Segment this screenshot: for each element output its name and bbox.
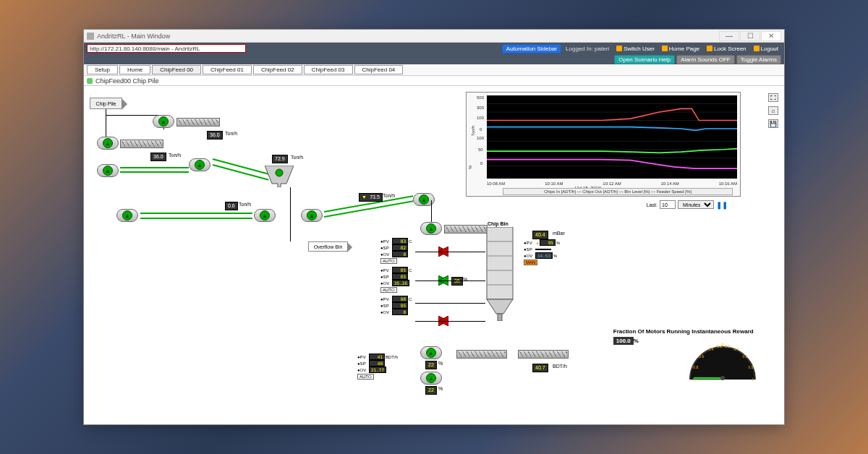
tab-chipfeed01[interactable]: ChipFeed 01 [203,65,252,74]
unit: Ton/h [383,193,395,198]
home-icon[interactable]: ⌂ [768,106,778,115]
titlebar: AndritzRL - Main Window — ☐ ✕ [84,30,784,43]
alarm-sounds-button[interactable]: Alarm Sounds OFF [676,55,734,64]
screw-conveyor-2 [120,140,163,148]
automation-sidebar-button[interactable]: Automation Sidebar [502,44,561,53]
process-canvas: Chip Pile 36.0 Ton/h 36.0 Ton/h 72.9 Ton… [84,86,784,424]
chip-bin-label: Chip Bin [488,221,509,226]
conveyor-1 [120,171,189,173]
svg-text:0.4: 0.4 [734,347,739,351]
unit: Ton/h [239,202,251,207]
conveyor-3b [140,218,252,219]
reading-r3: 72.9 [272,155,288,163]
reading-r6: 40.4 [532,231,548,239]
pipe [431,200,432,222]
reading-r2: 36.0 [207,131,223,140]
reward-gauge: Instantaneous Reward -1-0.8-0.6-0.4-0.2 … [683,328,762,387]
motor-5[interactable] [116,209,138,222]
pipe [415,252,485,252]
last-control: Last: Minutes ❚❚ [647,200,728,209]
svg-rect-8 [487,227,513,299]
logged-in-label: Logged In: pateri [563,46,612,52]
lock-screen-button[interactable]: Lock Screen [704,46,749,52]
breadcrumb: ChipFeed00 Chip Pile [84,76,784,86]
chip-bin[interactable] [485,227,514,321]
page-title: ChipFeed00 Chip Pile [95,77,159,85]
toolbar-secondary: Open Scenario Help Alarm Sounds OFF Togg… [84,54,784,64]
save-icon[interactable]: 💾 [768,119,778,128]
overflow-bin[interactable]: Overflow Bin [308,241,348,252]
main-window: AndritzRL - Main Window — ☐ ✕ http://172… [83,29,785,425]
reading-r9: 22 [425,386,437,395]
svg-text:0.8: 0.8 [749,365,754,369]
y1-label: Ton/h [471,126,475,137]
motor-1[interactable] [153,115,174,128]
unit: Ton/h [169,153,181,158]
address-bar[interactable]: http://172.21.80.140:8088/main - Andritz… [87,44,246,53]
screw-conveyor-5 [518,350,569,359]
toolbar-primary: http://172.21.80.140:8088/main - Andritz… [84,43,784,54]
tab-bar: Setup Home ChipFeed 00 ChipFeed 01 ChipF… [84,64,784,76]
pv-block-4[interactable]: ●PV41BDT/h ●SP40 ●OV21.77 AUTO [357,354,398,380]
motor-11[interactable] [420,372,442,385]
screw-conveyor-4 [456,350,507,359]
switch-user-button[interactable]: Switch User [613,46,658,52]
maximize-button[interactable]: ☐ [740,31,760,41]
pipe [415,280,485,281]
motor-4[interactable] [189,158,210,171]
home-page-button[interactable]: Home Page [659,46,702,52]
motor-9[interactable] [420,222,442,235]
svg-text:-0.8: -0.8 [692,365,699,369]
fmr-value: 100.0 [613,337,634,345]
trend-chart[interactable]: Ton/h % 500 300 100 0 100 50 0 [466,92,741,197]
last-value-input[interactable] [660,200,676,209]
pv-block-1[interactable]: ●PV83C ●SP82 ●OV0 AUTO [380,238,412,264]
chart-plot-area [487,95,737,179]
toggle-alarms-button[interactable]: Toggle Alarms [736,55,781,64]
pv-block-2[interactable]: ●PV85C ●SP85 ●OV35.26 AUTO [380,267,412,293]
motor-3[interactable] [97,164,119,177]
minimize-button[interactable]: — [719,31,739,41]
svg-text:0.2: 0.2 [726,344,731,348]
conveyor-1b [120,167,189,168]
lock-icon [707,46,712,51]
fraction-motors-running: Fraction Of Motors Running 100.0% [613,328,690,345]
motor-10[interactable] [420,346,442,359]
tab-setup[interactable]: Setup [87,65,118,74]
tab-chipfeed00[interactable]: ChipFeed 00 [152,65,201,74]
reading-r7: 35 [451,277,463,286]
unit: Ton/h [225,131,237,136]
pause-icon[interactable]: ❚❚ [716,201,728,209]
screw-conveyor-1 [176,118,220,127]
chip-pile-block[interactable]: Chip Pile [90,98,122,109]
logout-button[interactable]: Logout [751,46,781,52]
reading-r10: 40.7 [532,364,548,372]
tab-chipfeed04[interactable]: ChipFeed 04 [354,65,404,74]
chart-legend: Chips In [ADT/h] — Chips Out [ADT/h] — B… [503,188,733,195]
svg-text:0.6: 0.6 [743,354,748,359]
tab-chipfeed02[interactable]: ChipFeed 02 [253,65,302,74]
tab-home[interactable]: Home [119,65,150,74]
motor-7[interactable] [301,209,323,222]
unit: % [438,386,443,391]
logout-icon [754,46,760,51]
hopper [265,166,294,187]
chart-tools: ⛶ ⌂ 💾 [768,93,778,128]
last-label: Last: [647,202,658,207]
close-button[interactable]: ✕ [761,31,781,41]
pipe [290,187,291,241]
svg-rect-14 [498,314,502,321]
pv-block-5[interactable]: ●PV▲95% ●SP ●OV14.53% MAN [524,239,560,265]
unit: mBar [553,231,565,236]
chart-x-ticks: 10:08 AM10:10 AM10:12 AM10:14 AM10:16 AM [487,181,737,186]
expand-icon[interactable]: ⛶ [768,93,778,102]
last-unit-select[interactable]: Minutes [678,200,714,209]
motor-6[interactable] [254,209,276,222]
scenario-help-button[interactable]: Open Scenario Help [614,55,675,64]
pv-block-3[interactable]: ●PV98C ●SP95 ●OV0 [380,296,412,315]
unit: Ton/h [291,155,303,160]
window-title: AndritzRL - Main Window [97,33,170,40]
reading-r4: 0.6 [225,202,238,210]
tab-chipfeed03[interactable]: ChipFeed 03 [304,65,353,74]
motor-2[interactable] [97,137,119,150]
